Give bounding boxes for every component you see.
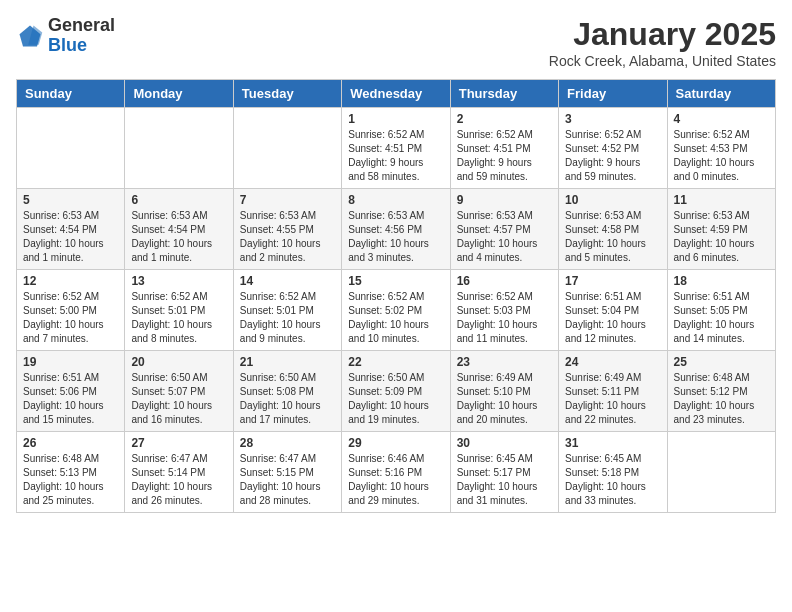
day-info: Sunrise: 6:49 AM Sunset: 5:10 PM Dayligh… (457, 371, 552, 427)
day-number: 17 (565, 274, 660, 288)
day-cell: 15Sunrise: 6:52 AM Sunset: 5:02 PM Dayli… (342, 270, 450, 351)
day-number: 29 (348, 436, 443, 450)
day-cell: 23Sunrise: 6:49 AM Sunset: 5:10 PM Dayli… (450, 351, 558, 432)
day-info: Sunrise: 6:50 AM Sunset: 5:08 PM Dayligh… (240, 371, 335, 427)
day-info: Sunrise: 6:52 AM Sunset: 4:53 PM Dayligh… (674, 128, 769, 184)
day-info: Sunrise: 6:53 AM Sunset: 4:57 PM Dayligh… (457, 209, 552, 265)
day-cell: 19Sunrise: 6:51 AM Sunset: 5:06 PM Dayli… (17, 351, 125, 432)
day-cell: 24Sunrise: 6:49 AM Sunset: 5:11 PM Dayli… (559, 351, 667, 432)
day-cell: 11Sunrise: 6:53 AM Sunset: 4:59 PM Dayli… (667, 189, 775, 270)
day-number: 9 (457, 193, 552, 207)
logo: General Blue (16, 16, 115, 56)
day-info: Sunrise: 6:52 AM Sunset: 4:52 PM Dayligh… (565, 128, 660, 184)
day-info: Sunrise: 6:47 AM Sunset: 5:15 PM Dayligh… (240, 452, 335, 508)
day-cell: 26Sunrise: 6:48 AM Sunset: 5:13 PM Dayli… (17, 432, 125, 513)
day-number: 27 (131, 436, 226, 450)
day-info: Sunrise: 6:52 AM Sunset: 5:01 PM Dayligh… (240, 290, 335, 346)
day-number: 19 (23, 355, 118, 369)
day-cell: 28Sunrise: 6:47 AM Sunset: 5:15 PM Dayli… (233, 432, 341, 513)
day-number: 1 (348, 112, 443, 126)
week-row-2: 5Sunrise: 6:53 AM Sunset: 4:54 PM Daylig… (17, 189, 776, 270)
day-number: 26 (23, 436, 118, 450)
day-number: 30 (457, 436, 552, 450)
day-cell: 18Sunrise: 6:51 AM Sunset: 5:05 PM Dayli… (667, 270, 775, 351)
day-number: 23 (457, 355, 552, 369)
day-info: Sunrise: 6:52 AM Sunset: 5:01 PM Dayligh… (131, 290, 226, 346)
day-cell: 16Sunrise: 6:52 AM Sunset: 5:03 PM Dayli… (450, 270, 558, 351)
day-info: Sunrise: 6:51 AM Sunset: 5:04 PM Dayligh… (565, 290, 660, 346)
day-info: Sunrise: 6:52 AM Sunset: 5:03 PM Dayligh… (457, 290, 552, 346)
day-number: 20 (131, 355, 226, 369)
day-number: 22 (348, 355, 443, 369)
day-number: 31 (565, 436, 660, 450)
day-cell: 6Sunrise: 6:53 AM Sunset: 4:54 PM Daylig… (125, 189, 233, 270)
day-info: Sunrise: 6:51 AM Sunset: 5:06 PM Dayligh… (23, 371, 118, 427)
weekday-header-thursday: Thursday (450, 80, 558, 108)
week-row-5: 26Sunrise: 6:48 AM Sunset: 5:13 PM Dayli… (17, 432, 776, 513)
day-number: 14 (240, 274, 335, 288)
calendar-table: SundayMondayTuesdayWednesdayThursdayFrid… (16, 79, 776, 513)
day-info: Sunrise: 6:50 AM Sunset: 5:09 PM Dayligh… (348, 371, 443, 427)
day-cell: 29Sunrise: 6:46 AM Sunset: 5:16 PM Dayli… (342, 432, 450, 513)
day-number: 8 (348, 193, 443, 207)
day-cell: 14Sunrise: 6:52 AM Sunset: 5:01 PM Dayli… (233, 270, 341, 351)
day-info: Sunrise: 6:49 AM Sunset: 5:11 PM Dayligh… (565, 371, 660, 427)
week-row-3: 12Sunrise: 6:52 AM Sunset: 5:00 PM Dayli… (17, 270, 776, 351)
day-cell: 1Sunrise: 6:52 AM Sunset: 4:51 PM Daylig… (342, 108, 450, 189)
day-cell: 9Sunrise: 6:53 AM Sunset: 4:57 PM Daylig… (450, 189, 558, 270)
day-info: Sunrise: 6:50 AM Sunset: 5:07 PM Dayligh… (131, 371, 226, 427)
calendar-title: January 2025 (549, 16, 776, 53)
day-cell: 25Sunrise: 6:48 AM Sunset: 5:12 PM Dayli… (667, 351, 775, 432)
weekday-header-row: SundayMondayTuesdayWednesdayThursdayFrid… (17, 80, 776, 108)
weekday-header-sunday: Sunday (17, 80, 125, 108)
day-info: Sunrise: 6:45 AM Sunset: 5:18 PM Dayligh… (565, 452, 660, 508)
day-cell (125, 108, 233, 189)
day-cell: 22Sunrise: 6:50 AM Sunset: 5:09 PM Dayli… (342, 351, 450, 432)
day-cell: 5Sunrise: 6:53 AM Sunset: 4:54 PM Daylig… (17, 189, 125, 270)
day-info: Sunrise: 6:48 AM Sunset: 5:12 PM Dayligh… (674, 371, 769, 427)
title-block: January 2025 Rock Creek, Alabama, United… (549, 16, 776, 69)
day-number: 4 (674, 112, 769, 126)
weekday-header-wednesday: Wednesday (342, 80, 450, 108)
logo-text: General Blue (48, 16, 115, 56)
day-cell: 4Sunrise: 6:52 AM Sunset: 4:53 PM Daylig… (667, 108, 775, 189)
day-number: 15 (348, 274, 443, 288)
day-info: Sunrise: 6:53 AM Sunset: 4:56 PM Dayligh… (348, 209, 443, 265)
day-number: 11 (674, 193, 769, 207)
page-header: General Blue January 2025 Rock Creek, Al… (16, 16, 776, 69)
day-cell: 17Sunrise: 6:51 AM Sunset: 5:04 PM Dayli… (559, 270, 667, 351)
day-number: 6 (131, 193, 226, 207)
day-info: Sunrise: 6:53 AM Sunset: 4:54 PM Dayligh… (23, 209, 118, 265)
day-cell: 31Sunrise: 6:45 AM Sunset: 5:18 PM Dayli… (559, 432, 667, 513)
day-number: 18 (674, 274, 769, 288)
day-cell: 2Sunrise: 6:52 AM Sunset: 4:51 PM Daylig… (450, 108, 558, 189)
day-number: 2 (457, 112, 552, 126)
day-cell: 20Sunrise: 6:50 AM Sunset: 5:07 PM Dayli… (125, 351, 233, 432)
day-info: Sunrise: 6:46 AM Sunset: 5:16 PM Dayligh… (348, 452, 443, 508)
logo-icon (16, 22, 44, 50)
day-cell: 21Sunrise: 6:50 AM Sunset: 5:08 PM Dayli… (233, 351, 341, 432)
day-cell: 12Sunrise: 6:52 AM Sunset: 5:00 PM Dayli… (17, 270, 125, 351)
day-cell (667, 432, 775, 513)
day-cell (233, 108, 341, 189)
day-info: Sunrise: 6:52 AM Sunset: 4:51 PM Dayligh… (457, 128, 552, 184)
day-cell: 13Sunrise: 6:52 AM Sunset: 5:01 PM Dayli… (125, 270, 233, 351)
weekday-header-friday: Friday (559, 80, 667, 108)
weekday-header-monday: Monday (125, 80, 233, 108)
day-number: 28 (240, 436, 335, 450)
day-number: 12 (23, 274, 118, 288)
calendar-location: Rock Creek, Alabama, United States (549, 53, 776, 69)
day-cell: 3Sunrise: 6:52 AM Sunset: 4:52 PM Daylig… (559, 108, 667, 189)
day-cell: 10Sunrise: 6:53 AM Sunset: 4:58 PM Dayli… (559, 189, 667, 270)
day-info: Sunrise: 6:52 AM Sunset: 5:02 PM Dayligh… (348, 290, 443, 346)
day-number: 24 (565, 355, 660, 369)
day-number: 13 (131, 274, 226, 288)
day-info: Sunrise: 6:53 AM Sunset: 4:55 PM Dayligh… (240, 209, 335, 265)
day-cell: 7Sunrise: 6:53 AM Sunset: 4:55 PM Daylig… (233, 189, 341, 270)
day-number: 5 (23, 193, 118, 207)
weekday-header-tuesday: Tuesday (233, 80, 341, 108)
day-number: 16 (457, 274, 552, 288)
day-info: Sunrise: 6:53 AM Sunset: 4:54 PM Dayligh… (131, 209, 226, 265)
day-number: 21 (240, 355, 335, 369)
day-number: 3 (565, 112, 660, 126)
